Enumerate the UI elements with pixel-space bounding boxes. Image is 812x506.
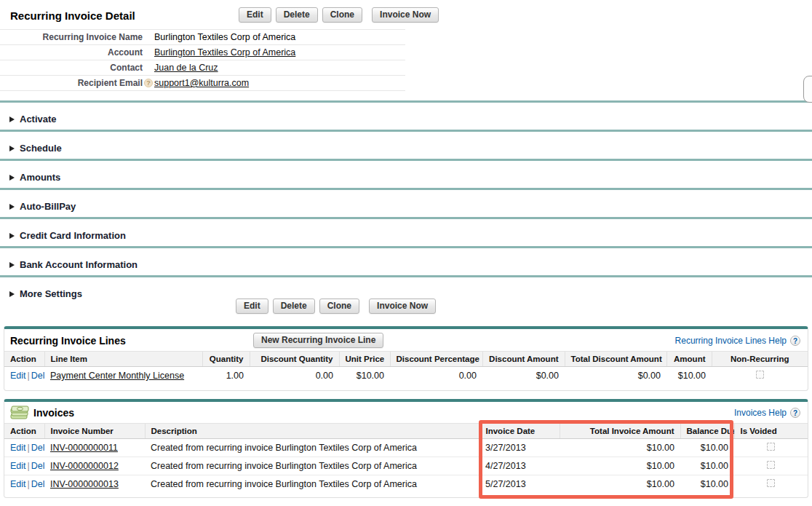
col-action[interactable]: Action (4, 352, 44, 367)
total-invoice-amount-value: $10.00 (560, 457, 680, 475)
invoice-number-link[interactable]: INV-0000000011 (50, 443, 118, 453)
clone-button[interactable]: Clone (322, 7, 362, 23)
del-link[interactable]: Del (31, 479, 44, 489)
edit-button[interactable]: Edit (239, 7, 271, 23)
col-discount-amount[interactable]: Discount Amount (482, 352, 565, 367)
description-value: Created from recurring invoice Burlingto… (145, 457, 479, 475)
col-action[interactable]: Action (4, 424, 44, 439)
invoices-panel: Invoices Invoices Help ? Action Invoice … (4, 399, 808, 498)
col-unit-price[interactable]: Unit Price (339, 352, 390, 367)
chevron-right-icon (9, 116, 15, 122)
col-non-recurring[interactable]: Non-Recurring (712, 352, 808, 367)
detail-button-row-top: Edit Delete Clone Invoice Now (239, 7, 439, 23)
field-row-recipient-email: Recipient Email ? support1@kulturra.com (0, 76, 405, 91)
col-invoice-number[interactable]: Invoice Number (44, 424, 145, 439)
unit-price-value: $10.00 (339, 367, 390, 385)
quantity-value: 1.00 (202, 367, 250, 385)
edit-link[interactable]: Edit (10, 479, 26, 489)
discount-percentage-value: 0.00 (390, 367, 482, 385)
invoices-title: Invoices (33, 407, 74, 419)
section-label: Activate (20, 114, 57, 124)
field-label: Account (0, 47, 143, 58)
line-item-link[interactable]: Payment Center Monthly License (50, 371, 184, 381)
recurring-invoice-lines-panel: Recurring Invoice Lines New Recurring In… (4, 326, 808, 391)
invoice-number-link[interactable]: INV-0000000012 (50, 461, 119, 471)
section-schedule[interactable]: Schedule (0, 130, 812, 159)
col-discount-percentage[interactable]: Discount Percentage (390, 352, 482, 367)
account-link[interactable]: Burlington Textiles Corp of America (154, 47, 295, 58)
del-link[interactable]: Del (31, 461, 44, 471)
total-discount-amount-value: $0.00 (565, 367, 666, 385)
side-panel-tab[interactable] (803, 76, 812, 103)
edit-link[interactable]: Edit (10, 461, 26, 471)
invoice-number-link[interactable]: INV-0000000013 (50, 479, 119, 489)
is-voided-checkbox (767, 461, 775, 469)
recurring-invoice-name-value: Burlington Textiles Corp of America (154, 32, 295, 42)
chevron-right-icon (9, 233, 15, 239)
field-row-recurring-invoice-name: Recurring Invoice Name Burlington Textil… (0, 30, 405, 45)
detail-fields: Recurring Invoice Name Burlington Textil… (0, 29, 405, 91)
section-auto-billpay[interactable]: Auto-BillPay (0, 188, 812, 217)
col-quantity[interactable]: Quantity (202, 352, 250, 367)
invoices-help-link[interactable]: Invoices Help (734, 408, 787, 418)
edit-button[interactable]: Edit (236, 299, 268, 314)
section-amounts[interactable]: Amounts (0, 159, 812, 188)
table-row: Edit|Del INV-0000000012 Created from rec… (4, 457, 808, 475)
field-label: Contact (0, 63, 143, 73)
invoice-now-button[interactable]: Invoice Now (372, 7, 439, 23)
edit-link[interactable]: Edit (10, 443, 26, 453)
del-link[interactable]: Del (31, 371, 44, 381)
help-icon[interactable]: ? (790, 408, 800, 418)
section-bank-account-information[interactable]: Bank Account Information (0, 246, 812, 275)
section-label: Credit Card Information (20, 230, 126, 241)
section-credit-card-information[interactable]: Credit Card Information (0, 217, 812, 246)
col-is-voided[interactable]: Is Voided (734, 424, 808, 439)
recipient-email-link[interactable]: support1@kulturra.com (154, 78, 249, 88)
description-value: Created from recurring invoice Burlingto… (145, 439, 479, 457)
section-label: Amounts (20, 172, 60, 183)
help-icon[interactable]: ? (790, 336, 800, 346)
table-row: Edit|Del INV-0000000011 Created from rec… (4, 439, 808, 457)
field-row-account: Account Burlington Textiles Corp of Amer… (0, 45, 405, 60)
clone-button[interactable]: Clone (319, 299, 359, 314)
col-amount[interactable]: Amount (666, 352, 712, 367)
recurring-invoice-lines-help-link[interactable]: Recurring Invoice Lines Help (675, 336, 787, 346)
edit-link[interactable]: Edit (10, 371, 26, 381)
contact-link[interactable]: Juan de la Cruz (154, 63, 218, 73)
amount-value: $10.00 (666, 367, 712, 385)
field-help-icon[interactable]: ? (144, 79, 153, 87)
invoice-date-value: 3/27/2013 (479, 439, 560, 457)
section-activate[interactable]: Activate (0, 100, 812, 130)
col-description[interactable]: Description (145, 424, 479, 439)
money-stack-icon (10, 406, 29, 420)
field-label: Recipient Email (0, 78, 143, 88)
field-label: Recurring Invoice Name (0, 32, 143, 42)
del-link[interactable]: Del (31, 443, 44, 453)
total-invoice-amount-value: $10.00 (560, 475, 680, 494)
section-label: Schedule (20, 143, 62, 154)
section-label: Bank Account Information (20, 259, 138, 270)
is-voided-checkbox (767, 479, 775, 487)
invoice-now-button[interactable]: Invoice Now (369, 299, 436, 314)
col-total-discount-amount[interactable]: Total Discount Amount (565, 352, 666, 367)
delete-button[interactable]: Delete (273, 299, 315, 314)
balance-due-value: $10.00 (680, 439, 734, 457)
total-invoice-amount-value: $10.00 (560, 439, 680, 457)
section-label: Auto-BillPay (20, 201, 76, 212)
col-discount-quantity[interactable]: Discount Quantity (250, 352, 339, 367)
is-voided-checkbox (767, 443, 775, 451)
new-recurring-invoice-line-button[interactable]: New Recurring Invoice Line (253, 333, 383, 348)
collapsible-sections: Activate Schedule Amounts Auto-BillPay C… (0, 100, 812, 304)
table-row: Edit|Del INV-0000000013 Created from rec… (4, 475, 808, 494)
invoice-date-value: 4/27/2013 (479, 457, 560, 475)
col-total-invoice-amount[interactable]: Total Invoice Amount (560, 424, 680, 439)
col-invoice-date[interactable]: Invoice Date (479, 424, 560, 439)
discount-amount-value: $0.00 (482, 367, 565, 385)
chevron-right-icon (9, 204, 15, 210)
discount-quantity-value: 0.00 (250, 367, 339, 385)
invoices-table: Action Invoice Number Description Invoic… (4, 423, 808, 493)
col-balance-due[interactable]: Balance Due (680, 424, 734, 439)
col-line-item[interactable]: Line Item (44, 352, 202, 367)
delete-button[interactable]: Delete (276, 7, 318, 23)
description-value: Created from recurring invoice Burlingto… (145, 475, 479, 494)
